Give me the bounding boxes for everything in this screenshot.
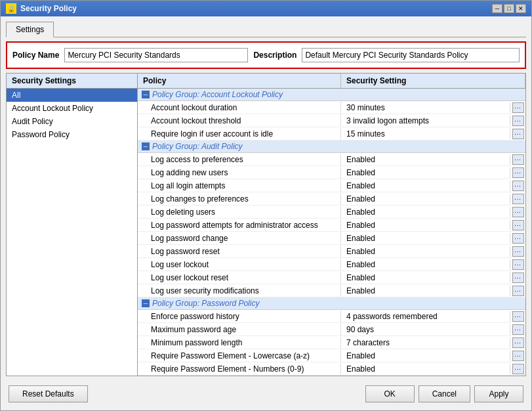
restore-button[interactable]: □ [504, 4, 514, 13]
dots-button[interactable]: ··· [512, 324, 524, 335]
minimize-button[interactable]: ─ [492, 4, 502, 13]
table-row: Log adding new users Enabled ··· [138, 166, 525, 179]
dots-button[interactable]: ··· [512, 364, 524, 374]
sidebar-item-password[interactable]: Password Policy [7, 128, 137, 141]
action-cell: ··· [510, 194, 525, 204]
dots-button[interactable]: ··· [512, 220, 524, 230]
table-body[interactable]: ─ Policy Group: Account Lockout Policy A… [138, 89, 525, 376]
dots-button[interactable]: ··· [512, 337, 524, 348]
policy-cell: Log user security modifications [138, 285, 341, 297]
action-cell: ··· [510, 220, 525, 230]
action-cell: ··· [510, 324, 525, 335]
title-bar-left: 🔒 Security Policy [6, 3, 77, 14]
policy-cell: Log deleting users [138, 206, 341, 218]
apply-button[interactable]: Apply [474, 385, 523, 402]
setting-cell: 15 minutes [341, 128, 510, 140]
policy-cell: Log user lockout reset [138, 272, 341, 284]
cancel-button[interactable]: Cancel [419, 385, 470, 402]
collapse-icon-account[interactable]: ─ [142, 91, 150, 98]
footer: Reset Defaults OK Cancel Apply [6, 380, 526, 405]
reset-defaults-button[interactable]: Reset Defaults [9, 385, 88, 402]
dots-button[interactable]: ··· [512, 259, 524, 270]
close-button[interactable]: ✕ [516, 4, 526, 13]
setting-cell: 90 days [341, 324, 510, 335]
setting-cell: Enabled [341, 206, 510, 218]
setting-cell: Enabled [341, 154, 510, 165]
dots-button[interactable]: ··· [512, 351, 524, 361]
dots-button[interactable]: ··· [512, 194, 524, 204]
dots-button[interactable]: ··· [512, 129, 524, 139]
policy-cell: Log password attempts for administrator … [138, 219, 341, 231]
footer-left: Reset Defaults [9, 385, 88, 402]
description-label: Description [253, 51, 297, 60]
action-cell: ··· [510, 181, 525, 191]
action-cell: ··· [510, 259, 525, 270]
setting-cell: Enabled [341, 180, 510, 192]
dots-button[interactable]: ··· [512, 286, 524, 296]
action-cell: ··· [510, 154, 525, 165]
policy-cell: Require Password Element - Numbers (0-9) [138, 363, 341, 375]
policy-cell: Account lockout duration [138, 102, 341, 114]
policy-cell: Require Password Element - Lowercase (a-… [138, 350, 341, 362]
policy-cell: Log changes to preferences [138, 193, 341, 205]
table-row: Log deleting users Enabled ··· [138, 206, 525, 219]
dots-button[interactable]: ··· [512, 181, 524, 191]
action-cell: ··· [510, 351, 525, 361]
setting-cell: Enabled [341, 363, 510, 375]
setting-cell: 30 minutes [341, 102, 510, 114]
sidebar-item-account-lockout[interactable]: Account Lockout Policy [7, 102, 137, 115]
dots-button[interactable]: ··· [512, 116, 524, 126]
setting-cell: Enabled [341, 167, 510, 179]
policy-cell: Maximum password age [138, 324, 341, 335]
dots-button[interactable]: ··· [512, 311, 524, 322]
setting-cell: Enabled [341, 232, 510, 244]
collapse-icon-password[interactable]: ─ [142, 299, 150, 307]
sidebar-item-audit[interactable]: Audit Policy [7, 115, 137, 128]
sidebar-item-all[interactable]: All [7, 89, 137, 102]
table-row: Log password attempts for administrator … [138, 219, 525, 232]
policy-name-input[interactable] [64, 48, 248, 62]
dots-button[interactable]: ··· [512, 167, 524, 178]
table-row: Require login if user account is idle 15… [138, 127, 525, 141]
table-row: Account lockout threshold 3 invalid logo… [138, 114, 525, 127]
dots-button[interactable]: ··· [512, 154, 524, 165]
security-policy-window: 🔒 Security Policy ─ □ ✕ Settings Policy … [0, 0, 532, 411]
policy-cell: Log adding new users [138, 167, 341, 179]
group-account-lockout: ─ Policy Group: Account Lockout Policy [138, 89, 525, 101]
group-label-account: Policy Group: Account Lockout Policy [152, 90, 283, 99]
dots-button[interactable]: ··· [512, 233, 524, 244]
title-buttons: ─ □ ✕ [492, 4, 526, 13]
title-bar: 🔒 Security Policy ─ □ ✕ [1, 1, 531, 16]
dots-button[interactable]: ··· [512, 272, 524, 283]
table-row: Maximum password age 90 days ··· [138, 323, 525, 336]
tab-settings[interactable]: Settings [6, 22, 54, 37]
description-input[interactable] [302, 48, 520, 62]
table-row: Account lockout duration 30 minutes ··· [138, 101, 525, 114]
ok-button[interactable]: OK [365, 385, 415, 402]
table-row: Log password change Enabled ··· [138, 232, 525, 245]
action-cell: ··· [510, 102, 525, 113]
th-setting: Security Setting [341, 74, 525, 88]
setting-cell: Enabled [341, 285, 510, 297]
setting-cell: 3 invalid logon attempts [341, 115, 510, 127]
dots-button[interactable]: ··· [512, 207, 524, 217]
dots-button[interactable]: ··· [512, 102, 524, 113]
policy-name-label: Policy Name [12, 51, 59, 60]
dots-button[interactable]: ··· [512, 246, 524, 257]
policy-cell: Log access to preferences [138, 154, 341, 165]
table-row: Log password reset Enabled ··· [138, 245, 525, 258]
action-cell: ··· [510, 116, 525, 126]
tab-bar: Settings [6, 22, 526, 37]
footer-right: OK Cancel Apply [365, 385, 523, 402]
table-row: Minimum password length 7 characters ··· [138, 336, 525, 349]
setting-cell: Enabled [341, 246, 510, 257]
window-body: Settings Policy Name Description Securit… [1, 16, 531, 410]
setting-cell: Enabled [341, 350, 510, 362]
th-policy: Policy [138, 74, 341, 88]
collapse-icon-audit[interactable]: ─ [142, 142, 150, 150]
group-password: ─ Policy Group: Password Policy [138, 297, 525, 310]
action-cell: ··· [510, 337, 525, 348]
setting-cell: Enabled [341, 219, 510, 231]
action-cell: ··· [510, 233, 525, 244]
policy-cell: Account lockout threshold [138, 115, 341, 127]
